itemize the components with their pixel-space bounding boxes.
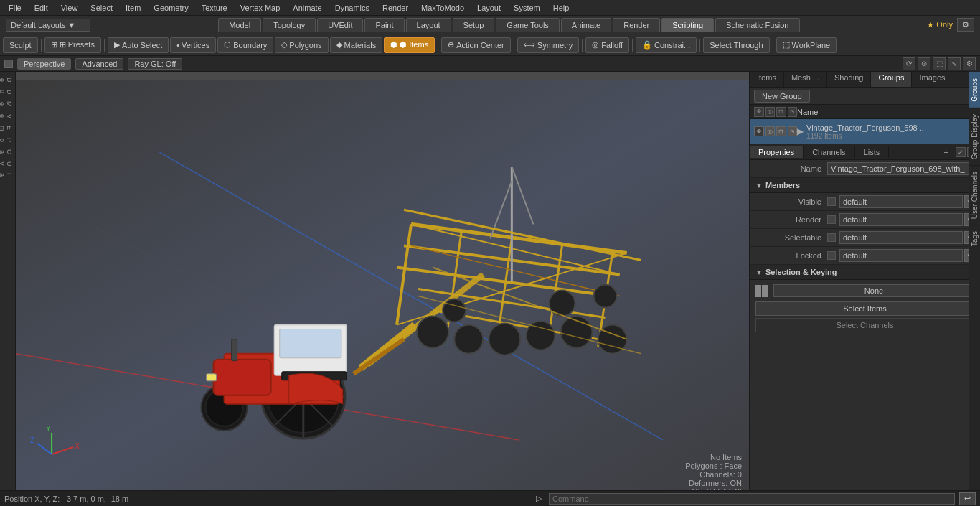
position-value: -3.7 m, 0 m, -18 m [64, 495, 128, 503]
menu-maxtomodo[interactable]: MaxToModo [415, 2, 470, 14]
toolbar-sep-2 [104, 39, 105, 52]
ls-btn-ca[interactable]: Ca [2, 146, 14, 157]
ls-btn-mes[interactable]: Mes [2, 98, 14, 110]
auto-select-button[interactable]: ▶ Auto Select [108, 37, 169, 53]
perspective-button[interactable]: Perspective [17, 58, 71, 70]
menu-edit[interactable]: Edit [29, 2, 54, 14]
select-channels-button[interactable]: Select Channels [755, 318, 974, 332]
svg-text:Y: Y [46, 425, 51, 433]
rp-tab-mesh[interactable]: Mesh ... [784, 72, 827, 87]
menu-dynamics[interactable]: Dynamics [329, 2, 375, 14]
visible-select[interactable]: defaultonoff [839, 195, 963, 208]
ls-btn-uv[interactable]: UV [2, 159, 14, 169]
menu-animate[interactable]: Animate [287, 2, 327, 14]
menu-render[interactable]: Render [377, 2, 414, 14]
vtab-group-display[interactable]: Group Display [969, 108, 980, 165]
tab-render[interactable]: Render [613, 18, 660, 32]
props-tab-lists[interactable]: Lists [855, 146, 890, 158]
prop-header-icon: ⊙ [788, 107, 798, 117]
ls-btn-emi[interactable]: Emi [2, 123, 14, 134]
vp-ctrl-5[interactable]: ⚙ [963, 57, 976, 70]
tab-uvedit[interactable]: UVEdit [317, 18, 363, 32]
rp-tab-shading[interactable]: Shading [827, 72, 871, 87]
tab-model[interactable]: Model [218, 18, 261, 32]
selection-keying-header[interactable]: ▼ Selection & Keying [750, 265, 980, 280]
presets-button[interactable]: ⊞⊞ Presets [44, 37, 101, 53]
menu-vertex-map[interactable]: Vertex Map [235, 2, 286, 14]
ls-btn-fa[interactable]: Fa [2, 170, 14, 180]
vp-ctrl-3[interactable]: ⬚ [933, 57, 946, 70]
tab-setup[interactable]: Setup [453, 18, 495, 32]
name-column-header: Name [797, 108, 976, 116]
group-lock-icon[interactable]: ⊡ [776, 126, 786, 136]
tab-schematic-fusion[interactable]: Schematic Fusion [715, 18, 799, 32]
gear-button[interactable]: ⚙ [957, 18, 974, 32]
vtab-groups[interactable]: Groups [969, 72, 980, 108]
menu-file[interactable]: File [3, 2, 27, 14]
tab-paint[interactable]: Paint [364, 18, 404, 32]
name-input[interactable] [827, 162, 974, 175]
ls-btn-def[interactable]: Def [2, 75, 14, 85]
select-through-button[interactable]: Select Through [703, 37, 769, 53]
command-go-button[interactable]: ↩ [959, 492, 976, 505]
items-button[interactable]: ⬢ ⬢ Items [384, 37, 435, 53]
none-button[interactable]: None [773, 284, 974, 297]
menu-help[interactable]: Help [547, 2, 575, 14]
command-input[interactable] [549, 493, 955, 505]
svg-rect-50 [232, 339, 237, 361]
workplane-button[interactable]: ⬚ WorkPlane [776, 37, 837, 53]
ls-btn-dup[interactable]: Dup [2, 87, 14, 98]
vp-ctrl-1[interactable]: ⟳ [903, 57, 915, 70]
tab-layout[interactable]: Layout [406, 18, 451, 32]
menu-item[interactable]: Item [120, 2, 146, 14]
group-prop-icon[interactable]: ⊙ [788, 126, 798, 136]
render-select[interactable]: defaultonoff [839, 213, 963, 226]
group-row-expand[interactable]: ▶ [797, 126, 804, 136]
menu-system[interactable]: System [508, 2, 546, 14]
action-center-button[interactable]: ⊕ Action Center [441, 37, 511, 53]
materials-button[interactable]: ◆ Materials [330, 37, 383, 53]
symmetry-button[interactable]: ⟺ Symmetry [517, 37, 580, 53]
props-tab-add[interactable]: + [940, 146, 953, 158]
tab-topology[interactable]: Topology [263, 18, 316, 32]
advanced-button[interactable]: Advanced [75, 58, 123, 70]
select-items-button[interactable]: Select Items [755, 301, 974, 316]
props-tab-properties[interactable]: Properties [750, 146, 804, 158]
sculpt-button[interactable]: Sculpt [3, 37, 38, 53]
boundary-button[interactable]: ⬡ Boundary [217, 37, 273, 53]
group-render-icon[interactable]: ◎ [765, 126, 776, 136]
menu-view[interactable]: View [55, 2, 84, 14]
tab-game-tools[interactable]: Game Tools [496, 18, 560, 32]
constraints-button[interactable]: 🔒 Constrai... [636, 37, 697, 53]
ls-btn-pol[interactable]: Pol [2, 135, 14, 145]
rp-tab-items[interactable]: Items [750, 72, 784, 87]
falloff-button[interactable]: ◎ Falloff [585, 37, 629, 53]
menu-layout[interactable]: Layout [471, 2, 507, 14]
vp-ctrl-4[interactable]: ⤡ [948, 57, 961, 70]
new-group-button[interactable]: New Group [754, 90, 810, 103]
tab-animate[interactable]: Animate [561, 18, 611, 32]
props-tab-channels[interactable]: Channels [804, 146, 854, 158]
group-row-0[interactable]: 👁 ◎ ⊡ ⊙ ▶ Vintage_Tractor_Ferguson_698 .… [750, 119, 980, 144]
vertices-button[interactable]: • Vertices [170, 37, 216, 53]
menu-select[interactable]: Select [85, 2, 118, 14]
group-eye-icon[interactable]: 👁 [754, 126, 764, 136]
layout-dropdown[interactable]: Default Layouts ▼ [6, 19, 90, 32]
rp-tab-images[interactable]: Images [912, 72, 953, 87]
svg-point-23 [417, 317, 448, 348]
tab-scripting[interactable]: Scripting [661, 18, 714, 32]
vtab-tags[interactable]: Tags [969, 225, 980, 252]
viewport[interactable]: X Y Z No Items Polygons : Face Channels:… [16, 72, 749, 506]
selectable-select[interactable]: defaultonoff [839, 231, 963, 244]
ls-btn-ver[interactable]: Ver [2, 111, 14, 121]
menu-geometry[interactable]: Geometry [148, 2, 194, 14]
rp-tab-groups[interactable]: Groups [871, 72, 912, 87]
locked-select[interactable]: defaultonoff [839, 249, 963, 262]
polygons-button[interactable]: ◇ Polygons [275, 37, 328, 53]
members-section-header[interactable]: ▼ Members [750, 178, 980, 193]
ray-gl-button[interactable]: Ray GL: Off [128, 58, 182, 70]
vtab-user-channels[interactable]: User Channels [969, 165, 980, 225]
expand-btn-1[interactable]: ⤢ [956, 147, 966, 157]
menu-texture[interactable]: Texture [196, 2, 233, 14]
vp-ctrl-2[interactable]: ⊙ [918, 57, 930, 70]
